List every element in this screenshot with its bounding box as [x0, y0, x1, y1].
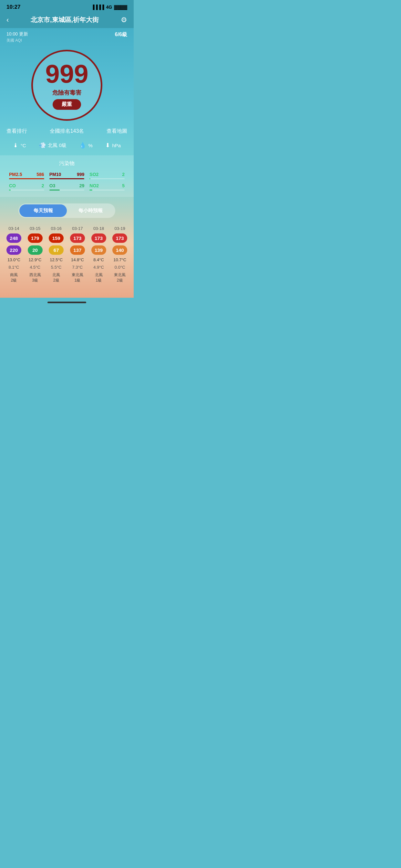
- pollutant-value: 5: [122, 183, 125, 188]
- forecast-aqi2: 137: [70, 245, 85, 255]
- forecast-temp-high: 10.7°C: [113, 257, 126, 262]
- settings-button[interactable]: ⚙: [121, 16, 127, 24]
- forecast-aqi2: 139: [91, 245, 106, 255]
- update-info: 10:00 更新 美國 AQI: [6, 31, 28, 43]
- pollutant-bar: [89, 190, 125, 190]
- home-indicator-bar: [48, 302, 86, 303]
- forecast-aqi2: 67: [49, 245, 64, 255]
- forecast-temp-high: 12.9°C: [29, 257, 42, 262]
- forecast-date: 03-16: [51, 226, 62, 231]
- pollutant-value: 999: [77, 172, 84, 177]
- update-time: 10:00 更新: [6, 31, 28, 37]
- pollutant-bar: [9, 178, 44, 179]
- view-ranking-button[interactable]: 查看排行: [6, 128, 27, 135]
- pollutant-name: CO: [9, 183, 16, 188]
- pressure-icon: ⬇: [105, 142, 110, 149]
- pollutant-bar: [9, 190, 44, 190]
- forecast-aqi2: 140: [112, 245, 127, 255]
- forecast-temp-low: 7.3°C: [72, 265, 83, 270]
- forecast-date: 03-17: [72, 226, 83, 231]
- forecast-aqi1: 179: [28, 234, 42, 243]
- forecast-temp-high: 14.8°C: [71, 257, 84, 262]
- forecast-temp-low: 4.5°C: [30, 265, 40, 270]
- forecast-col: 03-16 159 67 12.5°C 5.5°C 北風2級: [45, 224, 67, 285]
- forecast-aqi1: 248: [6, 234, 21, 243]
- pollutant-value: 29: [80, 183, 85, 188]
- pollutant-co: CO 2: [6, 183, 47, 190]
- forecast-col: 03-18 173 139 8.4°C 4.9°C 北風1級: [88, 224, 110, 285]
- forecast-col: 03-17 173 137 14.8°C 7.3°C 東北風1級: [67, 224, 88, 285]
- humidity-item: 💧 %: [79, 142, 92, 149]
- aqi-severity-badge: 嚴重: [53, 99, 81, 110]
- forecast-row: 03-14 248 220 13.0°C 8.1°C 南風2級 03-15 17…: [3, 224, 130, 285]
- forecast-aqi1: 173: [91, 234, 106, 243]
- pollutant-pm2.5: PM2.5 586: [6, 172, 47, 179]
- forecast-wind: 南風2級: [10, 272, 18, 283]
- forecast-temp-low: 5.5°C: [51, 265, 62, 270]
- pollutants-grid: PM2.5 586 PM10 999 SO2 2 C: [6, 172, 127, 190]
- pollutant-name: SO2: [89, 172, 98, 177]
- forecast-date: 03-14: [8, 226, 19, 231]
- forecast-wind: 東北風1級: [72, 272, 83, 283]
- forecast-wind: 東北風2級: [114, 272, 126, 283]
- temperature-value: °C: [21, 143, 26, 148]
- pollutant-so2: SO2 2: [87, 172, 127, 179]
- battery-icon: ▓▓▓▓: [114, 4, 127, 10]
- aqi-circle: 999 危險有毒害 嚴重: [31, 50, 102, 121]
- page-title: 北京市,東城區,祈年大街: [31, 16, 99, 24]
- main-area: 10:00 更新 美國 AQI 6/6級 999 危險有毒害 嚴重 查看排行 全…: [0, 28, 134, 298]
- forecast-wind: 北風1級: [95, 272, 103, 283]
- pollutant-name: PM10: [50, 172, 61, 177]
- pollutant-bar-fill: [9, 190, 11, 190]
- pollutant-bar-fill: [89, 178, 90, 179]
- pollutant-bar-fill: [50, 190, 60, 190]
- forecast-temp-low: 4.9°C: [93, 265, 104, 270]
- forecast-col: 03-15 179 20 12.9°C 4.5°C 西北風3級: [25, 224, 46, 285]
- pollutant-name: O3: [50, 183, 56, 188]
- network-label: 4G: [106, 4, 112, 10]
- pollutant-bar: [89, 178, 125, 179]
- update-row: 10:00 更新 美國 AQI 6/6級: [0, 28, 134, 43]
- pressure-item: ⬇ hPa: [105, 142, 121, 149]
- humidity-icon: 💧: [79, 142, 86, 149]
- wind-icon: 💨: [39, 142, 46, 149]
- signal-icon: ▐▐▐▐: [91, 4, 104, 10]
- forecast-col: 03-19 173 140 10.7°C 0.0°C 東北風2級: [109, 224, 130, 285]
- view-map-button[interactable]: 查看地圖: [106, 128, 127, 135]
- pollutant-value: 586: [36, 172, 44, 177]
- back-button[interactable]: ‹: [6, 16, 9, 24]
- forecast-date: 03-19: [115, 226, 125, 231]
- wind-item: 💨 北風 0級: [39, 142, 66, 149]
- ranking-row: 查看排行 全國排名143名 查看地圖: [0, 124, 134, 138]
- pollutant-o3: O3 29: [47, 183, 87, 190]
- forecast-temp-low: 8.1°C: [9, 265, 19, 270]
- pollutant-bar-fill: [89, 190, 92, 190]
- status-time: 10:27: [6, 4, 20, 10]
- aqi-circle-container: 999 危險有毒害 嚴重: [0, 43, 134, 124]
- pollutant-bar: [50, 178, 85, 179]
- forecast-aqi2: 220: [6, 245, 21, 255]
- forecast-temp-high: 8.4°C: [93, 257, 104, 262]
- forecast-wind: 北風2級: [52, 272, 60, 283]
- national-rank: 全國排名143名: [50, 128, 84, 135]
- pollutant-pm10: PM10 999: [47, 172, 87, 179]
- pollutant-no2: NO2 5: [87, 183, 127, 190]
- forecast-aqi1: 159: [49, 234, 64, 243]
- update-sub: 美國 AQI: [6, 38, 28, 43]
- forecast-date: 03-18: [93, 226, 104, 231]
- level-badge: 6/6級: [115, 31, 127, 38]
- tab-hourly[interactable]: 每小時預報: [67, 205, 114, 217]
- pollutant-bar: [50, 190, 85, 190]
- forecast-col: 03-14 248 220 13.0°C 8.1°C 南風2級: [3, 224, 25, 285]
- pollutants-section: 污染物 PM2.5 586 PM10 999 SO2 2: [0, 155, 134, 197]
- header: ‹ 北京市,東城區,祈年大街 ⚙: [0, 12, 134, 28]
- forecast-tabs: 每天預報 每小時預報: [19, 204, 115, 218]
- forecast-temp-high: 12.5°C: [50, 257, 63, 262]
- pollutants-title: 污染物: [6, 160, 127, 167]
- thermometer-icon: 🌡: [13, 142, 19, 149]
- forecast-table: 03-14 248 220 13.0°C 8.1°C 南風2級 03-15 17…: [0, 224, 134, 285]
- tab-daily[interactable]: 每天預報: [19, 205, 67, 217]
- home-indicator: [0, 298, 134, 306]
- forecast-date: 03-15: [30, 226, 40, 231]
- forecast-temp-high: 13.0°C: [7, 257, 20, 262]
